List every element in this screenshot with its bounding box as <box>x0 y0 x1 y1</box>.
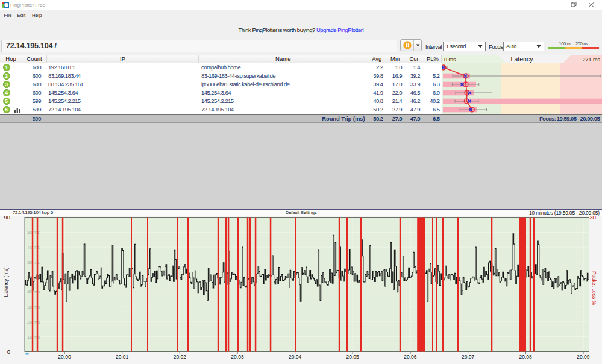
svg-text:20:08: 20:08 <box>519 354 533 360</box>
svg-text:20:07: 20:07 <box>462 354 475 360</box>
svg-text:0: 0 <box>7 348 10 355</box>
svg-text:Latency: Latency <box>511 55 534 63</box>
svg-text:20:04: 20:04 <box>289 354 302 360</box>
svg-text:20:05: 20:05 <box>346 354 360 360</box>
svg-text:Packet Loss %: Packet Loss % <box>591 271 597 306</box>
svg-text:20:03: 20:03 <box>231 354 244 360</box>
svg-text:30: 30 <box>589 214 596 221</box>
svg-text:20:02: 20:02 <box>174 354 187 360</box>
svg-text:90: 90 <box>4 214 10 221</box>
svg-text:20:06: 20:06 <box>404 354 417 360</box>
svg-text:20:01: 20:01 <box>116 354 129 360</box>
svg-text:0 ms: 0 ms <box>444 57 456 63</box>
svg-text:20:00: 20:00 <box>58 354 71 360</box>
svg-text:271 ms: 271 ms <box>582 57 600 63</box>
svg-text:20:09: 20:09 <box>577 354 590 360</box>
svg-text:Latency (ms): Latency (ms) <box>3 267 9 297</box>
